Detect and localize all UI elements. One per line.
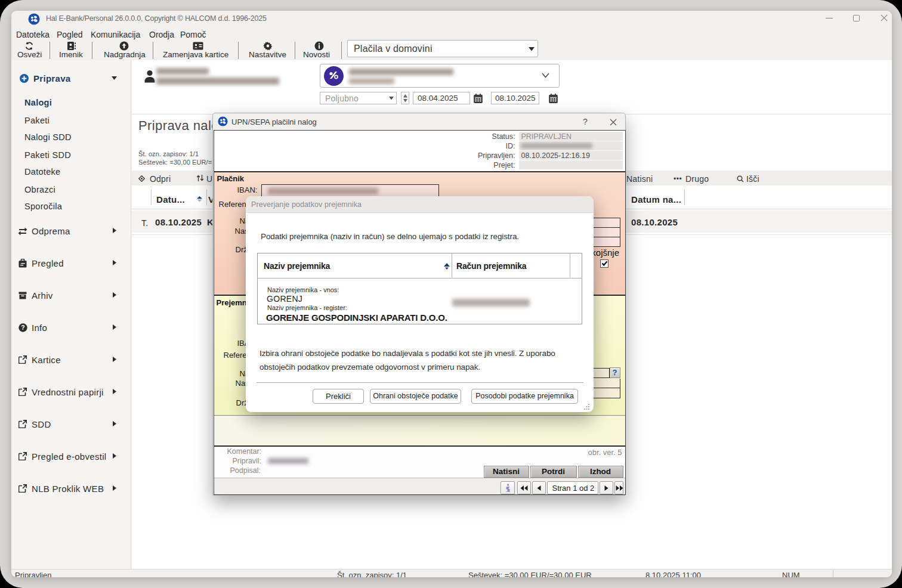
svg-text:?: ?: [21, 324, 24, 331]
